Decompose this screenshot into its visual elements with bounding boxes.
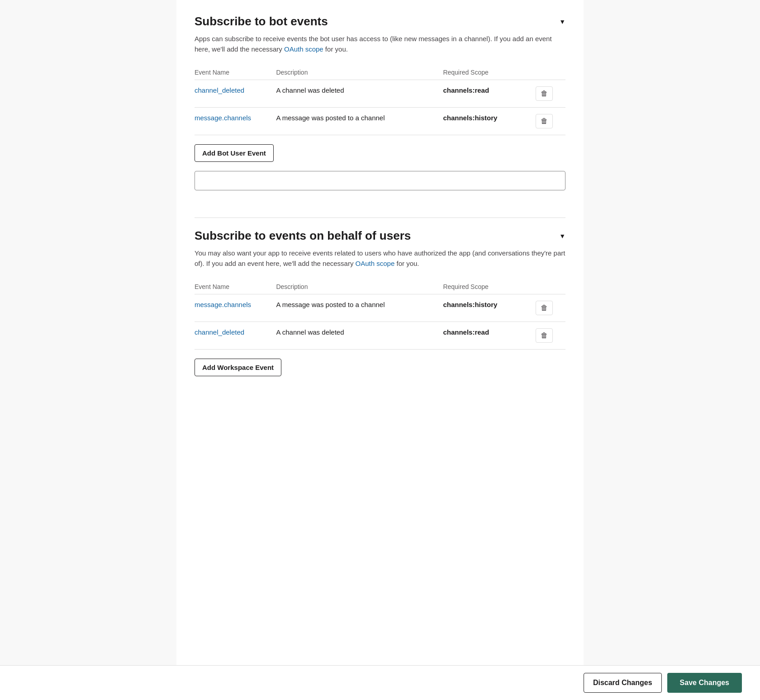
- table-row: message.channels A message was posted to…: [195, 294, 565, 322]
- user-event-1-description: A message was posted to a channel: [276, 294, 443, 322]
- bot-events-desc-text-2: for you.: [323, 45, 348, 53]
- user-events-header: Subscribe to events on behalf of users ▼: [195, 229, 565, 243]
- table-row: channel_deleted A channel was deleted ch…: [195, 80, 565, 108]
- user-event-1-trash-icon: 🗑: [541, 304, 548, 312]
- bot-event-2-trash-icon: 🗑: [541, 117, 548, 125]
- user-events-col-action: [536, 279, 565, 294]
- footer-spacer: [195, 403, 565, 440]
- bot-event-1-delete-button[interactable]: 🗑: [536, 86, 553, 101]
- bot-events-title: Subscribe to bot events: [195, 14, 328, 28]
- footer-bar: Discard Changes Save Changes: [0, 665, 760, 700]
- user-event-1-link[interactable]: message.channels: [195, 301, 251, 308]
- main-container: Subscribe to bot events ▼ Apps can subsc…: [176, 0, 584, 700]
- bot-event-1-description: A channel was deleted: [276, 80, 443, 108]
- bot-event-1-scope: channels:read: [443, 80, 536, 108]
- bot-events-header: Subscribe to bot events ▼: [195, 14, 565, 28]
- bot-events-table: Event Name Description Required Scope ch…: [195, 65, 565, 135]
- table-row: message.channels A message was posted to…: [195, 108, 565, 135]
- user-event-1-scope: channels:history: [443, 294, 536, 322]
- user-events-desc-text-2: for you.: [394, 260, 419, 267]
- user-events-section: Subscribe to events on behalf of users ▼…: [195, 229, 565, 385]
- user-event-1-action: 🗑: [536, 294, 565, 322]
- bot-events-col-desc: Description: [276, 65, 443, 80]
- bot-events-oauth-link[interactable]: OAuth scope: [284, 45, 323, 53]
- user-event-2-scope: channels:read: [443, 322, 536, 350]
- user-events-description: You may also want your app to receive ev…: [195, 248, 565, 269]
- bot-event-search-input[interactable]: [195, 171, 565, 190]
- user-event-2-description: A channel was deleted: [276, 322, 443, 350]
- save-changes-button[interactable]: Save Changes: [667, 673, 742, 693]
- user-event-2-name: channel_deleted: [195, 322, 276, 350]
- user-events-table: Event Name Description Required Scope me…: [195, 279, 565, 350]
- bot-event-1-trash-icon: 🗑: [541, 90, 548, 98]
- bot-event-1-action: 🗑: [536, 80, 565, 108]
- bot-events-description: Apps can subscribe to receive events the…: [195, 34, 565, 54]
- user-events-table-header-row: Event Name Description Required Scope: [195, 279, 565, 294]
- add-workspace-event-button[interactable]: Add Workspace Event: [195, 359, 281, 376]
- bot-event-2-scope: channels:history: [443, 108, 536, 135]
- user-events-col-desc: Description: [276, 279, 443, 294]
- bot-events-col-scope: Required Scope: [443, 65, 536, 80]
- user-event-1-delete-button[interactable]: 🗑: [536, 301, 553, 315]
- bot-events-section: Subscribe to bot events ▼ Apps can subsc…: [195, 14, 565, 199]
- bot-event-1-link[interactable]: channel_deleted: [195, 86, 244, 94]
- bot-event-2-delete-button[interactable]: 🗑: [536, 114, 553, 128]
- bot-event-2-description: A message was posted to a channel: [276, 108, 443, 135]
- user-events-title: Subscribe to events on behalf of users: [195, 229, 411, 243]
- bot-events-col-name: Event Name: [195, 65, 276, 80]
- section-divider: [195, 218, 565, 218]
- bot-events-col-action: [536, 65, 565, 80]
- user-event-1-name: message.channels: [195, 294, 276, 322]
- user-events-col-name: Event Name: [195, 279, 276, 294]
- discard-changes-button[interactable]: Discard Changes: [584, 673, 662, 693]
- user-events-chevron-icon[interactable]: ▼: [559, 232, 565, 240]
- add-bot-user-event-button[interactable]: Add Bot User Event: [195, 144, 274, 162]
- user-event-2-link[interactable]: channel_deleted: [195, 328, 244, 336]
- user-event-2-action: 🗑: [536, 322, 565, 350]
- bot-events-desc-text-1: Apps can subscribe to receive events the…: [195, 35, 552, 53]
- bot-event-2-link[interactable]: message.channels: [195, 114, 251, 122]
- table-row: channel_deleted A channel was deleted ch…: [195, 322, 565, 350]
- user-events-oauth-link[interactable]: OAuth scope: [356, 260, 395, 267]
- bot-event-1-name: channel_deleted: [195, 80, 276, 108]
- user-event-2-delete-button[interactable]: 🗑: [536, 328, 553, 343]
- bot-events-chevron-icon[interactable]: ▼: [559, 18, 565, 25]
- user-events-col-scope: Required Scope: [443, 279, 536, 294]
- bot-events-table-header-row: Event Name Description Required Scope: [195, 65, 565, 80]
- bot-event-2-name: message.channels: [195, 108, 276, 135]
- bot-event-2-action: 🗑: [536, 108, 565, 135]
- user-event-2-trash-icon: 🗑: [541, 331, 548, 340]
